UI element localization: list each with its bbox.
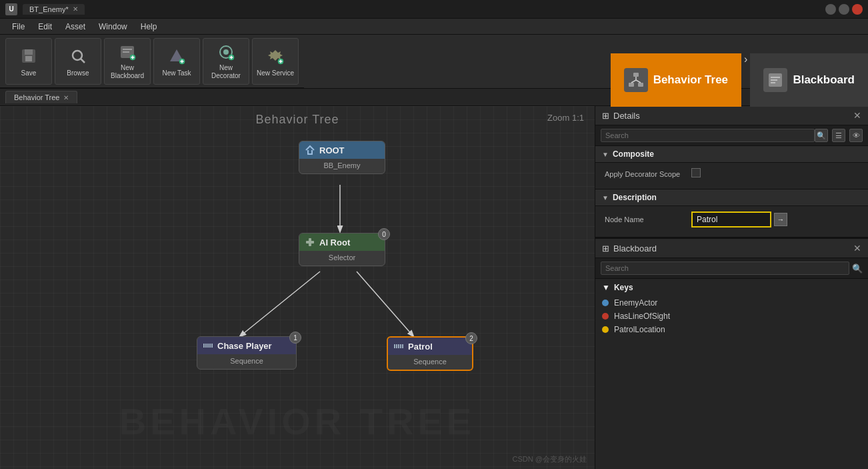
new-blackboard-icon xyxy=(117,43,138,61)
ai-root-node[interactable]: 0 AI Root Selector xyxy=(299,233,385,266)
svg-rect-46 xyxy=(398,344,399,348)
ai-root-badge: 0 xyxy=(378,228,390,240)
behavior-tree-tab[interactable]: Behavior Tree ✕ xyxy=(5,91,77,103)
svg-rect-39 xyxy=(203,344,205,348)
keys-section: ▼ Keys EnemyActor HasLineOfSight PatrolL… xyxy=(595,279,868,340)
eye-icon[interactable]: 👁 xyxy=(849,129,863,142)
svg-rect-43 xyxy=(211,344,213,348)
new-task-button[interactable]: New Task xyxy=(153,38,200,85)
chase-player-node[interactable]: 1 Chase Player Sequence xyxy=(197,336,297,370)
title-bar-left: U BT_Enemy* ✕ xyxy=(5,3,85,15)
behavior-tree-label: Behavior Tree xyxy=(653,73,728,87)
toolbar-spacer xyxy=(304,35,611,88)
behavior-tree-button[interactable]: Behavior Tree xyxy=(611,53,741,107)
apply-decorator-row: Apply Decorator Scope xyxy=(605,168,859,179)
menu-file[interactable]: File xyxy=(5,21,31,33)
blackboard-button[interactable]: Blackboard xyxy=(750,53,868,107)
composite-section-header[interactable]: ▼ Composite xyxy=(595,146,868,163)
description-title: Description xyxy=(613,193,657,202)
apply-decorator-checkbox[interactable] xyxy=(691,168,701,177)
bb-search-icon: 🔍 xyxy=(852,264,863,274)
right-panel: ⊞ Details ✕ 🔍 ☰ 👁 ▼ Composite xyxy=(595,106,868,469)
toolbar: Save Browse New Blackboard New Task New … xyxy=(0,35,304,88)
blackboard-header: ⊞ Blackboard ✕ xyxy=(595,239,868,258)
node-name-input[interactable] xyxy=(691,211,771,227)
key-enemy-actor[interactable]: EnemyActor xyxy=(602,296,861,310)
description-arrow: ▼ xyxy=(602,194,609,201)
tab-close-icon[interactable]: ✕ xyxy=(63,94,69,101)
description-section-header[interactable]: ▼ Description xyxy=(595,189,868,206)
menu-edit[interactable]: Edit xyxy=(31,21,59,33)
node-name-value: → xyxy=(691,211,859,227)
details-close-button[interactable]: ✕ xyxy=(853,110,861,121)
minimize-button[interactable] xyxy=(825,4,836,15)
canvas-watermark: BEHAVIOR TREE xyxy=(119,400,475,443)
menu-window[interactable]: Window xyxy=(92,21,134,33)
chase-player-subtitle: Sequence xyxy=(197,354,296,369)
svg-rect-24 xyxy=(629,83,634,87)
patrol-header: Patrol xyxy=(388,338,472,355)
new-service-button[interactable]: New Service xyxy=(252,38,299,85)
details-search-input[interactable] xyxy=(601,129,815,142)
browse-button[interactable]: Browse xyxy=(55,38,101,85)
new-decorator-button[interactable]: New Decorator xyxy=(203,38,249,85)
chase-player-badge: 1 xyxy=(289,332,301,344)
app-logo: U xyxy=(5,3,17,15)
svg-rect-44 xyxy=(394,344,395,348)
browse-icon xyxy=(67,45,89,67)
details-icon: ⊞ xyxy=(602,111,609,121)
patrol-node[interactable]: 2 Patrol Sequence xyxy=(387,336,473,371)
new-service-icon xyxy=(265,45,286,67)
root-node-header: ROOT xyxy=(299,141,385,159)
maximize-button[interactable] xyxy=(839,4,849,15)
chase-player-header: Chase Player xyxy=(197,337,296,354)
new-service-label: New Service xyxy=(257,69,294,77)
blackboard-search-input[interactable] xyxy=(601,262,849,275)
new-decorator-label: New Decorator xyxy=(206,64,246,80)
ai-root-subtitle: Selector xyxy=(299,251,385,266)
root-node[interactable]: ROOT BB_Enemy xyxy=(299,141,385,174)
node-name-row: Node Name → xyxy=(605,211,859,227)
title-tab[interactable]: BT_Enemy* ✕ xyxy=(23,4,85,15)
save-button[interactable]: Save xyxy=(5,38,52,85)
menu-asset[interactable]: Asset xyxy=(59,21,92,33)
toolbar-area: Save Browse New Blackboard New Task New … xyxy=(0,35,868,89)
blackboard-title: ⊞ Blackboard xyxy=(602,244,657,254)
close-button[interactable] xyxy=(852,4,863,15)
patrol-location-label: PatrolLocation xyxy=(614,325,665,334)
menu-bar: File Edit Asset Window Help xyxy=(0,19,868,35)
title-tab-close[interactable]: ✕ xyxy=(73,5,78,13)
canvas[interactable]: Behavior Tree Zoom 1:1 ROOT BB_Enemy xyxy=(0,106,595,469)
list-icon[interactable]: ☰ xyxy=(832,129,845,142)
blackboard-title-label: Blackboard xyxy=(613,244,657,254)
patrol-location-dot xyxy=(602,326,609,333)
description-content: Node Name → xyxy=(595,206,868,238)
details-panel: ⊞ Details ✕ 🔍 ☰ 👁 ▼ Composite xyxy=(595,106,868,238)
blackboard-search-bar: 🔍 xyxy=(595,258,868,279)
svg-line-4 xyxy=(81,59,85,63)
details-title-label: Details xyxy=(613,111,640,121)
svg-rect-1 xyxy=(25,49,33,55)
new-blackboard-button[interactable]: New Blackboard xyxy=(104,38,151,85)
svg-line-35 xyxy=(240,272,320,336)
composite-arrow: ▼ xyxy=(602,151,609,158)
canvas-zoom: Zoom 1:1 xyxy=(547,113,584,123)
details-title: ⊞ Details xyxy=(602,111,640,121)
has-los-dot xyxy=(602,313,609,320)
new-blackboard-label: New Blackboard xyxy=(107,64,147,80)
key-has-line-of-sight[interactable]: HasLineOfSight xyxy=(602,310,861,323)
chase-player-title: Chase Player xyxy=(217,341,272,351)
node-name-arrow-btn[interactable]: → xyxy=(774,213,787,226)
details-search-bar: 🔍 ☰ 👁 xyxy=(595,125,868,146)
keys-header[interactable]: ▼ Keys xyxy=(602,283,861,292)
blackboard-close-button[interactable]: ✕ xyxy=(853,243,861,254)
apply-decorator-value xyxy=(691,168,859,179)
menu-help[interactable]: Help xyxy=(134,21,164,33)
search-icon[interactable]: 🔍 xyxy=(815,129,828,142)
key-patrol-location[interactable]: PatrolLocation xyxy=(602,323,861,336)
svg-rect-41 xyxy=(207,344,209,348)
canvas-title: Behavior Tree xyxy=(255,113,339,127)
save-icon xyxy=(18,45,39,67)
enemy-actor-dot xyxy=(602,300,609,306)
root-node-subtitle: BB_Enemy xyxy=(299,159,385,173)
